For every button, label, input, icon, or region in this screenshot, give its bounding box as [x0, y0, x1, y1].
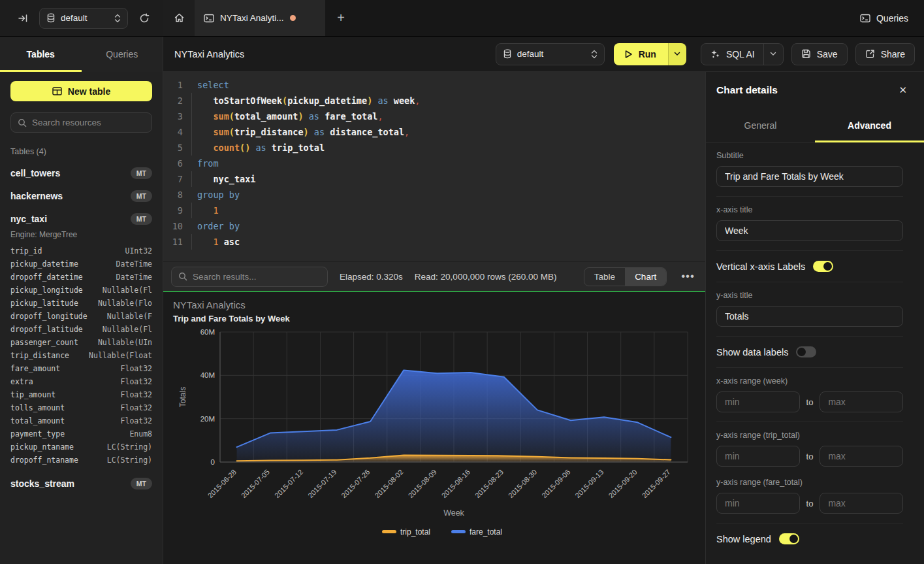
sidebar-tab-queries[interactable]: Queries	[82, 37, 163, 72]
line-number: 2	[163, 93, 183, 108]
y-range-fare-min-input[interactable]	[716, 493, 800, 514]
legend-swatch-fare_total	[451, 530, 466, 533]
sidebar-search-input[interactable]	[32, 118, 145, 127]
new-table-button[interactable]: New table	[10, 81, 152, 101]
column-name: total_amount	[10, 414, 65, 427]
x-axis-title-input[interactable]	[716, 220, 903, 241]
table-column-row: dropoff_longitudeNullable(F	[10, 310, 152, 323]
share-button[interactable]: Share	[855, 43, 915, 65]
code-line-content: nyc_taxi	[191, 171, 255, 187]
x-tick-label: 2015-07-19	[306, 468, 338, 499]
results-search-input[interactable]	[193, 272, 321, 282]
x-range-max-input[interactable]	[820, 391, 903, 412]
new-table-label: New table	[68, 86, 110, 97]
save-button-label: Save	[817, 49, 838, 59]
tab-strip: NYTaxi Analyti... +	[163, 0, 860, 36]
view-toggle-table[interactable]: Table	[584, 268, 625, 286]
close-icon[interactable]: ✕	[899, 84, 907, 96]
sql-ai-label: SQL AI	[726, 49, 755, 59]
tab-advanced[interactable]: Advanced	[815, 108, 924, 142]
new-tab-button[interactable]: +	[325, 0, 357, 36]
y-range-trip-max-input[interactable]	[820, 446, 903, 467]
table-row[interactable]: hackernewsMT	[10, 190, 152, 202]
column-name: tolls_amount	[10, 401, 65, 414]
x-tick-label: 2015-09-27	[641, 468, 672, 499]
legend-item-trip_total[interactable]: trip_total	[382, 527, 430, 537]
show-data-labels-toggle[interactable]	[796, 346, 816, 357]
column-name: dropoff_datetime	[10, 271, 83, 284]
table-row[interactable]: nyc_taxiMT	[10, 213, 152, 225]
y-axis-range-fare-section: y-axis range (fare_total) to	[716, 469, 903, 523]
range-to-label: to	[806, 397, 814, 407]
column-type: DateTime	[116, 271, 152, 284]
y-axis-range-fare-label: y-axis range (fare_total)	[716, 478, 903, 487]
table-column-row: tip_amountFloat32	[10, 388, 152, 401]
table-row[interactable]: cell_towersMT	[10, 167, 152, 179]
database-icon	[46, 13, 56, 23]
y-range-trip-min-input[interactable]	[716, 446, 800, 467]
tab-general[interactable]: General	[706, 108, 815, 142]
query-database-selector[interactable]: default	[496, 43, 605, 65]
code-line: 9 1	[163, 203, 705, 218]
sql-ai-caret[interactable]	[763, 44, 783, 65]
sidebar-search[interactable]	[10, 112, 152, 133]
run-button[interactable]: Run	[614, 43, 668, 65]
x-axis-title-label: x-axis title	[716, 205, 903, 214]
vertical-x-labels-label: Vertical x-axis Labels	[716, 261, 805, 272]
column-type: LC(String)	[107, 454, 152, 467]
database-icon	[503, 49, 512, 59]
view-toggle-chart[interactable]: Chart	[625, 268, 666, 286]
sidebar-tabs: Tables Queries	[0, 37, 163, 72]
database-selector[interactable]: default	[39, 8, 128, 29]
read-stat: Read: 20,000,000 rows (260.00 MB)	[415, 272, 557, 282]
terminal-icon	[204, 14, 214, 23]
legend-item-fare_total[interactable]: fare_total	[451, 527, 502, 537]
show-legend-toggle[interactable]	[779, 533, 799, 544]
vertical-x-labels-toggle[interactable]	[813, 261, 833, 272]
tables-section-label: Tables (4)	[10, 147, 152, 156]
queries-button[interactable]: Queries	[860, 13, 908, 24]
show-data-labels-row: Show data labels	[716, 337, 903, 368]
area-chart[interactable]: 020M40M60MTotals2015-06-282015-07-052015…	[163, 292, 705, 564]
show-legend-row: Show legend	[716, 523, 903, 554]
tab-nytaxi-analytics[interactable]: NYTaxi Analyti...	[195, 0, 325, 36]
x-tick-label: 2015-08-02	[373, 468, 404, 499]
tab-title: NYTaxi Analyti...	[220, 13, 284, 23]
subtitle-field-input[interactable]	[716, 166, 903, 187]
table-column-row: pickup_latitudeNullable(Flo	[10, 297, 152, 310]
table-column-row: dropoff_latitudeNullable(Fl	[10, 323, 152, 336]
table-name: nyc_taxi	[10, 214, 47, 224]
y-range-fare-max-input[interactable]	[820, 493, 903, 514]
save-button[interactable]: Save	[791, 43, 848, 65]
line-number: 6	[163, 156, 183, 171]
collapse-sidebar-icon[interactable]	[13, 8, 33, 28]
line-number: 7	[163, 171, 183, 187]
refresh-icon[interactable]	[135, 8, 154, 28]
topbar-right: Queries	[860, 0, 924, 36]
y-axis-title-label: y-axis title	[716, 291, 903, 300]
table-column-row: payment_typeEnum8	[10, 427, 152, 440]
sql-ai-button[interactable]: SQL AI	[701, 43, 784, 65]
run-options-caret[interactable]	[668, 43, 686, 65]
chart-details-header: Chart details ✕	[706, 72, 924, 108]
x-tick-label: 2015-09-13	[573, 468, 605, 499]
column-name: dropoff_ntaname	[10, 454, 78, 467]
code-line: 10order by	[163, 218, 705, 234]
more-options-icon[interactable]: •••	[678, 270, 697, 283]
column-type: Nullable(Fl	[103, 284, 152, 297]
column-name: pickup_ntaname	[10, 440, 74, 454]
x-range-min-input[interactable]	[716, 391, 800, 412]
sql-editor[interactable]: 1select2 toStartOfWeek(pickup_datetime) …	[163, 72, 705, 261]
table-row[interactable]: stocks_streamMT	[10, 478, 152, 489]
queries-button-label: Queries	[876, 13, 908, 24]
sidebar-tab-tables[interactable]: Tables	[0, 37, 82, 72]
column-type: Nullable(Flo	[98, 297, 152, 310]
column-type: Enum8	[129, 427, 152, 440]
chart-details-body: Subtitle x-axis title Vertical x-axis La…	[706, 142, 924, 564]
home-button[interactable]	[163, 0, 195, 36]
code-line: 8group by	[163, 187, 705, 203]
y-axis-title-input[interactable]	[716, 306, 903, 327]
results-search[interactable]	[171, 267, 328, 287]
x-tick-label: 2015-07-26	[340, 468, 371, 499]
table-column-row: total_amountFloat32	[10, 414, 152, 427]
